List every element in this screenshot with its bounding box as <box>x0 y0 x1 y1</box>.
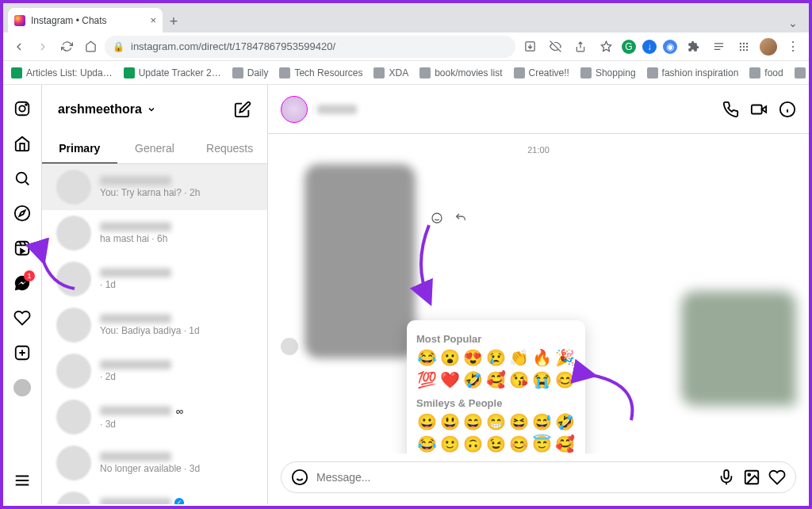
emoji-option[interactable]: 🥰 <box>555 434 576 454</box>
account-switcher[interactable]: arshmeethora <box>58 102 156 117</box>
emoji-option[interactable]: 😃 <box>439 412 460 431</box>
profile-avatar[interactable] <box>13 378 32 397</box>
home-button[interactable] <box>81 37 100 56</box>
emoji-option[interactable]: 😅 <box>532 412 553 431</box>
conversation-item[interactable]: You: Badiya badiya · 1d <box>42 302 267 348</box>
emoji-option[interactable]: 😮 <box>439 348 460 367</box>
chat-peer-name[interactable] <box>317 105 357 114</box>
video-call-icon[interactable] <box>750 101 768 118</box>
home-icon[interactable] <box>13 134 32 153</box>
compose-box[interactable] <box>281 461 796 493</box>
emoji-option[interactable]: 😊 <box>509 434 530 454</box>
extension-camera-icon[interactable]: ◉ <box>663 40 677 54</box>
emoji-option[interactable]: ❤️ <box>439 370 460 389</box>
conversation-item[interactable]: ha mast hai · 6h <box>42 210 267 256</box>
instagram-logo-icon[interactable] <box>13 99 32 118</box>
chrome-profile-avatar[interactable] <box>760 38 777 55</box>
emoji-option[interactable]: 🤣 <box>462 370 483 389</box>
emoji-option[interactable]: 💯 <box>416 370 437 389</box>
emoji-option[interactable]: 😉 <box>485 434 506 454</box>
svg-point-23 <box>748 473 750 476</box>
conversation-info-icon[interactable] <box>779 101 796 118</box>
notifications-icon[interactable] <box>13 308 32 327</box>
more-menu-icon[interactable] <box>13 471 32 490</box>
emoji-picker-icon[interactable] <box>291 469 308 486</box>
extension-download-icon[interactable]: ↓ <box>642 40 657 54</box>
conversation-item[interactable]: · 2d <box>42 348 267 394</box>
emoji-option[interactable]: 😢 <box>485 348 506 367</box>
forward-button[interactable] <box>33 37 52 56</box>
bookmark-item[interactable]: book/movies list <box>419 67 502 78</box>
extension-grammarly-icon[interactable]: G <box>622 40 636 54</box>
conversation-item[interactable]: ✓ · 4d <box>42 486 267 504</box>
emoji-option[interactable]: 👏 <box>509 348 530 367</box>
install-app-icon[interactable] <box>520 37 539 56</box>
emoji-option[interactable]: 🔥 <box>532 348 553 367</box>
bookmark-item[interactable]: Free images res <box>795 67 809 78</box>
explore-icon[interactable] <box>13 204 32 223</box>
conversation-list[interactable]: You: Try karna hai? · 2h ha mast hai · 6… <box>42 164 267 504</box>
messages-icon[interactable]: 1 <box>13 274 32 293</box>
emoji-option[interactable]: 😀 <box>416 412 437 431</box>
message-input[interactable] <box>316 471 710 484</box>
address-bar[interactable]: 🔒 instagram.com/direct/t/178478679535994… <box>105 36 515 58</box>
apps-grid-icon[interactable] <box>734 37 753 56</box>
like-heart-icon[interactable] <box>768 469 786 486</box>
tab-requests[interactable]: Requests <box>192 134 267 163</box>
back-button[interactable] <box>10 37 29 56</box>
emoji-option[interactable]: 😄 <box>462 412 483 431</box>
emoji-option[interactable]: 😆 <box>509 412 530 431</box>
window-expand-icon[interactable]: ⌄ <box>782 13 804 33</box>
chat-peer-avatar[interactable] <box>281 96 308 123</box>
bookmark-star-icon[interactable] <box>596 37 615 56</box>
reels-icon[interactable] <box>13 239 32 258</box>
reading-list-icon[interactable] <box>709 37 728 56</box>
new-tab-button[interactable]: + <box>163 10 185 33</box>
voice-call-icon[interactable] <box>722 101 739 118</box>
chrome-menu-icon[interactable]: ⋮ <box>783 37 802 56</box>
emoji-reaction-picker[interactable]: Most Popular 😂😮😍😢👏🔥🎉💯❤️🤣🥰😘😭😊 Smileys & P… <box>407 320 585 454</box>
emoji-option[interactable]: 😂 <box>416 434 437 454</box>
share-icon[interactable] <box>571 37 590 56</box>
bookmark-item[interactable]: fashion inspiration <box>647 67 739 78</box>
message-media-card[interactable] <box>304 164 416 358</box>
message-media-card[interactable] <box>681 291 796 406</box>
conversation-item[interactable]: ∞ · 3d <box>42 394 267 440</box>
emoji-option[interactable]: 🥰 <box>485 370 506 389</box>
extensions-puzzle-icon[interactable] <box>684 37 703 56</box>
eye-off-icon[interactable] <box>546 37 565 56</box>
create-icon[interactable] <box>13 343 32 362</box>
emoji-option[interactable]: 🙃 <box>462 434 483 454</box>
emoji-option[interactable]: 😘 <box>509 370 530 389</box>
emoji-option[interactable]: 😂 <box>416 348 437 367</box>
bookmark-item[interactable]: food <box>749 67 783 78</box>
emoji-option[interactable]: 😍 <box>462 348 483 367</box>
bookmark-item[interactable]: Update Tracker 2… <box>124 67 221 78</box>
bookmark-item[interactable]: Daily <box>232 67 269 78</box>
chat-body[interactable]: 21:00 Most Popular 😂😮😍😢👏🔥🎉💯❤️🤣🥰😘� <box>268 134 809 454</box>
emoji-option[interactable]: 😁 <box>485 412 506 431</box>
emoji-option[interactable]: 🤣 <box>555 412 576 431</box>
image-upload-icon[interactable] <box>743 469 760 486</box>
tab-general[interactable]: General <box>117 134 193 163</box>
conversation-avatar <box>56 446 91 480</box>
tab-primary[interactable]: Primary <box>42 134 117 163</box>
bookmark-item[interactable]: Articles List: Upda… <box>11 67 113 78</box>
emoji-option[interactable]: 😊 <box>555 370 576 389</box>
bookmark-item[interactable]: XDA <box>373 67 408 78</box>
voice-record-icon[interactable] <box>718 469 735 486</box>
browser-tab-active[interactable]: Instagram • Chats × <box>8 8 163 33</box>
bookmark-item[interactable]: Tech Resources <box>279 67 362 78</box>
search-icon[interactable] <box>13 169 32 188</box>
reload-button[interactable] <box>57 37 76 56</box>
new-message-button[interactable] <box>234 101 251 118</box>
emoji-option[interactable]: 🎉 <box>555 348 576 367</box>
conversation-item[interactable]: You: Try karna hai? · 2h <box>42 164 267 210</box>
bookmark-item[interactable]: Creative!! <box>514 67 569 78</box>
close-tab-icon[interactable]: × <box>150 14 156 26</box>
emoji-option[interactable]: 😭 <box>532 370 553 389</box>
bookmark-item[interactable]: Shopping <box>580 67 636 78</box>
conversation-item[interactable]: No longer available · 3d <box>42 440 267 486</box>
emoji-option[interactable]: 😇 <box>532 434 553 454</box>
emoji-option[interactable]: 🙂 <box>439 434 460 454</box>
